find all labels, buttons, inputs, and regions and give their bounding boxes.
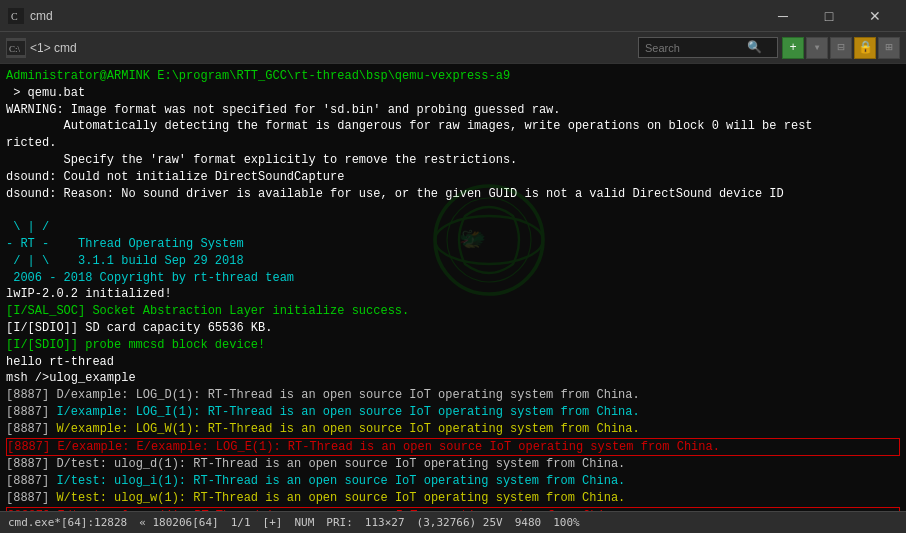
title-text: cmd <box>30 9 53 23</box>
terminal-line-6: Specify the 'raw' format explicitly to r… <box>6 152 900 169</box>
log-line-4: [8887] D/test: ulog_d(1): RT-Thread is a… <box>6 456 900 473</box>
terminal-line-16: [I/[SDIO]] SD card capacity 65536 KB. <box>6 320 900 337</box>
terminal-line-8: dsound: Reason: No sound driver is avail… <box>6 186 900 203</box>
tab-bar: C:\ <1> cmd 🔍 + ▾ ⊟ 🔒 ⊞ <box>0 32 906 64</box>
log-line-5: [8887] I/test: ulog_i(1): RT-Thread is a… <box>6 473 900 490</box>
close-button[interactable]: ✕ <box>852 0 898 32</box>
status-insert: [+] <box>263 516 283 529</box>
window-controls: ─ □ ✕ <box>760 0 898 32</box>
view-button[interactable]: ⊟ <box>830 37 852 59</box>
terminal-line-4: Automatically detecting the format is da… <box>6 118 900 135</box>
title-bar: C cmd ─ □ ✕ <box>0 0 906 32</box>
terminal-line-3: WARNING: Image format was not specified … <box>6 102 900 119</box>
status-process: cmd.exe*[64]:12828 <box>8 516 127 529</box>
minimize-button[interactable]: ─ <box>760 0 806 32</box>
terminal-line-17: [I/[SDIO]] probe mmcsd block device! <box>6 337 900 354</box>
log-line-0: [8887] D/example: LOG_D(1): RT-Thread is… <box>6 387 900 404</box>
terminal-line-15: [I/SAL_SOC] Socket Abstraction Layer ini… <box>6 303 900 320</box>
log-line-3: [8887] E/example: E/example: LOG_E(1): R… <box>6 438 900 457</box>
terminal-line-11: - RT - Thread Operating System <box>6 236 900 253</box>
status-zoom: 100% <box>553 516 580 529</box>
search-box[interactable]: 🔍 <box>638 37 778 58</box>
status-fraction: 1/1 <box>231 516 251 529</box>
status-size: 9480 <box>515 516 542 529</box>
log-line-2: [8887] W/example: LOG_W(1): RT-Thread is… <box>6 421 900 438</box>
terminal-line-10: \ | / <box>6 219 900 236</box>
terminal-line-18: hello rt-thread <box>6 354 900 371</box>
lock-button[interactable]: 🔒 <box>854 37 876 59</box>
status-coords: (3,32766) 25V <box>417 516 503 529</box>
terminal-line-13: 2006 - 2018 Copyright by rt-thread team <box>6 270 900 287</box>
svg-text:C: C <box>11 11 18 22</box>
layout-button[interactable]: ⊞ <box>878 37 900 59</box>
terminal-line-7: dsound: Could not initialize DirectSound… <box>6 169 900 186</box>
tab-icon: C:\ <box>6 38 26 58</box>
status-position: « 180206[64] <box>139 516 218 529</box>
terminal-line-9 <box>6 202 900 219</box>
app-icon: C <box>8 8 24 24</box>
dropdown-button[interactable]: ▾ <box>806 37 828 59</box>
status-perm: PRI: <box>326 516 353 529</box>
terminal-line-14: lwIP-2.0.2 initialized! <box>6 286 900 303</box>
log-line-7: [8887] E/test: ulog_e(1): RT-Thread is a… <box>6 507 900 511</box>
log-line-6: [8887] W/test: ulog_w(1): RT-Thread is a… <box>6 490 900 507</box>
search-input[interactable] <box>645 42 745 54</box>
add-tab-button[interactable]: + <box>782 37 804 59</box>
terminal-line-12: / | \ 3.1.1 build Sep 29 2018 <box>6 253 900 270</box>
search-icon: 🔍 <box>747 40 762 55</box>
terminal-line-2: > qemu.bat <box>6 85 900 102</box>
log-line-1: [8887] I/example: LOG_I(1): RT-Thread is… <box>6 404 900 421</box>
log-container: [8887] D/example: LOG_D(1): RT-Thread is… <box>6 387 900 511</box>
svg-text:C:\: C:\ <box>9 44 21 54</box>
status-dims: 113×27 <box>365 516 405 529</box>
terminal: 🐲 Administrator@ARMINK E:\program\RTT_GC… <box>0 64 906 511</box>
terminal-line-19: msh />ulog_example <box>6 370 900 387</box>
tab-label[interactable]: <1> cmd <box>30 41 77 55</box>
toolbar-buttons: + ▾ ⊟ 🔒 ⊞ <box>782 37 900 59</box>
status-mode: NUM <box>294 516 314 529</box>
terminal-line-5: ricted. <box>6 135 900 152</box>
status-bar: cmd.exe*[64]:12828 « 180206[64] 1/1 [+] … <box>0 511 906 533</box>
maximize-button[interactable]: □ <box>806 0 852 32</box>
terminal-line-1: Administrator@ARMINK E:\program\RTT_GCC\… <box>6 68 900 85</box>
